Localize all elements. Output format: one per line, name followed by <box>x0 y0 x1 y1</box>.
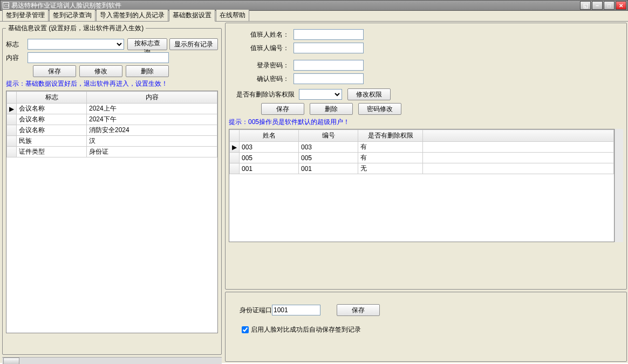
left-panel: 基础信息设置 (设置好后，退出软件再进入生效) 标志 按标志查询 显示所有记录 … <box>0 22 224 363</box>
tab-record-query[interactable]: 签到记录查询 <box>49 9 95 21</box>
duty-name-label: 值班人姓名： <box>229 30 293 39</box>
query-by-flag-button[interactable]: 按标志查询 <box>127 38 167 50</box>
restore-button[interactable]: ◱ <box>580 1 591 10</box>
operator-grid-vscroll[interactable] <box>615 129 623 242</box>
op-grid-header-no: 编号 <box>299 130 358 142</box>
left-grid-header-flag: 标志 <box>17 92 87 104</box>
idcard-port-input[interactable] <box>272 305 320 315</box>
content-label: 内容 <box>6 53 28 63</box>
table-row[interactable]: 民族汉 <box>7 136 217 147</box>
table-row[interactable]: 会议名称消防安全2024 <box>7 125 217 136</box>
duty-no-input[interactable] <box>293 43 364 53</box>
pwd-modify-button[interactable]: 密码修改 <box>358 103 401 115</box>
idcard-save-button[interactable]: 保存 <box>337 304 380 316</box>
duty-no-label: 值班人编号： <box>229 44 293 53</box>
table-row[interactable]: 001001无 <box>230 163 614 174</box>
operator-settings-box: 值班人姓名： 值班人编号： 登录密码： 确认密码： 是否有删除访客权限 修改权限 <box>225 23 627 290</box>
content-area: 基础信息设置 (设置好后，退出软件再进入生效) 标志 按标志查询 显示所有记录 … <box>0 22 628 363</box>
table-row[interactable]: 005005有 <box>230 153 614 163</box>
auto-save-checkbox[interactable] <box>242 326 249 333</box>
right-panel: 值班人姓名： 值班人编号： 登录密码： 确认密码： 是否有删除访客权限 修改权限 <box>224 22 628 363</box>
login-pwd-input[interactable] <box>293 60 364 71</box>
delete-perm-combo[interactable] <box>299 89 342 100</box>
app-icon: ▭ <box>3 2 9 9</box>
tab-bar: 签到登录管理 签到记录查询 导入需签到的人员记录 基础数据设置 在线帮助 <box>0 11 628 22</box>
modify-perm-button[interactable]: 修改权限 <box>347 88 391 100</box>
op-grid-header-name: 姓名 <box>240 130 299 142</box>
flag-combo[interactable] <box>28 39 124 50</box>
operator-hint-text: 提示：005操作员是软件默认的超级用户！ <box>229 118 623 127</box>
idcard-port-label: 身份证端口 <box>229 306 272 315</box>
window-title: 易达特种作业证培训人脸识别签到软件 <box>11 1 580 10</box>
table-row[interactable]: ▶003003有 <box>230 142 614 153</box>
basic-info-legend: 基础信息设置 (设置好后，退出软件再进入生效) <box>6 24 146 33</box>
delete-perm-label: 是否有删除访客权限 <box>229 90 299 99</box>
show-all-button[interactable]: 显示所有记录 <box>169 38 218 50</box>
close-button[interactable]: ✕ <box>616 1 626 10</box>
table-row[interactable]: ▶会议名称2024上午 <box>7 104 217 114</box>
confirm-pwd-input[interactable] <box>293 73 364 84</box>
minimize-button[interactable]: – <box>592 1 603 10</box>
left-scrollbar[interactable] <box>2 357 222 364</box>
left-grid[interactable]: 标志 内容 ▶会议名称2024上午会议名称2024下午会议名称消防安全2024民… <box>6 91 218 333</box>
flag-label: 标志 <box>6 40 28 49</box>
confirm-pwd-label: 确认密码： <box>229 74 293 84</box>
operator-grid[interactable]: 姓名 编号 是否有删除权限 ▶003003有005005有001001无 <box>229 129 615 242</box>
idcard-settings-box: 身份证端口 保存 启用人脸对比成功后自动保存签到记录 <box>225 292 627 362</box>
op-grid-header-perm: 是否有删除权限 <box>358 130 423 142</box>
left-hint-text: 提示：基础数据设置好后，退出软件再进入，设置生效！ <box>6 79 218 88</box>
auto-save-label: 启用人脸对比成功后自动保存签到记录 <box>251 325 361 334</box>
maximize-button[interactable]: □ <box>604 1 615 10</box>
op-grid-header-spacer <box>423 130 614 142</box>
op-grid-marker-header <box>230 130 240 142</box>
left-grid-header-content: 内容 <box>87 92 217 104</box>
left-grid-marker-header <box>7 92 17 104</box>
tab-login-manage[interactable]: 签到登录管理 <box>2 9 49 21</box>
basic-info-group: 基础信息设置 (设置好后，退出软件再进入生效) 标志 按标志查询 显示所有记录 … <box>2 24 222 355</box>
left-modify-button[interactable]: 修改 <box>79 65 122 77</box>
operator-delete-button[interactable]: 删除 <box>310 103 353 115</box>
table-row[interactable]: 证件类型身份证 <box>7 147 217 157</box>
content-input[interactable] <box>28 52 169 63</box>
table-row[interactable]: 会议名称2024下午 <box>7 114 217 125</box>
tab-import-records[interactable]: 导入需签到的人员记录 <box>96 9 168 21</box>
operator-save-button[interactable]: 保存 <box>261 103 304 115</box>
tab-basic-settings[interactable]: 基础数据设置 <box>169 9 215 22</box>
login-pwd-label: 登录密码： <box>229 61 293 70</box>
duty-name-input[interactable] <box>293 29 364 40</box>
tab-online-help[interactable]: 在线帮助 <box>216 9 249 21</box>
left-save-button[interactable]: 保存 <box>33 65 76 77</box>
left-delete-button[interactable]: 删除 <box>126 65 169 77</box>
